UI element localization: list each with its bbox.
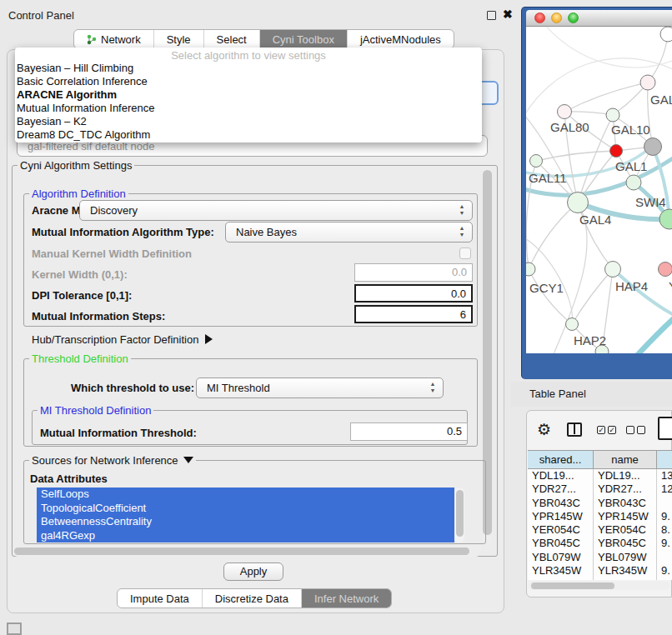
network-node-galx[interactable] <box>640 75 655 90</box>
checked-box-icon: ✓ <box>597 426 605 434</box>
settings-hscrollbar-thumb[interactable] <box>14 548 469 555</box>
table-row[interactable]: YBL079WYBL079W <box>528 551 672 564</box>
tab-infer-network[interactable]: Infer Network <box>301 589 391 608</box>
unchecked-box-icon <box>637 426 645 434</box>
node-label-hap4: HAP4 <box>615 279 648 293</box>
mi-steps-field[interactable]: 6 <box>354 305 473 323</box>
mi-type-value: Naive Bayes <box>236 226 297 238</box>
table-cell: YLR345W <box>594 564 657 578</box>
attribute-item-topologicalcoefficient[interactable]: TopologicalCoefficient <box>37 502 454 516</box>
table-cell: YBR043C <box>528 497 594 510</box>
mi-threshold-legend: MI Threshold Definition <box>38 404 153 417</box>
aracne-mode-value: Discovery <box>90 204 138 217</box>
dpi-tolerance-field[interactable]: 0.0 <box>354 284 473 302</box>
table-cell: YER054C <box>594 523 657 537</box>
kernel-width-field[interactable]: 0.0 <box>354 263 473 282</box>
column-header-shared[interactable]: shared... <box>528 451 594 468</box>
table-cell: YIL052C <box>594 578 657 580</box>
aracne-mode-combo[interactable]: Discovery ▲▼ <box>79 200 473 221</box>
manual-kernel-checkbox[interactable] <box>459 248 471 259</box>
close-icon[interactable]: ✖ <box>503 8 513 21</box>
network-node-gal80[interactable] <box>558 105 572 119</box>
table-hscrollbar[interactable] <box>529 581 670 590</box>
tab-label: Impute Data <box>130 592 189 605</box>
network-node-swi4[interactable] <box>626 175 641 190</box>
network-node-gray[interactable] <box>644 138 662 156</box>
table-cell <box>657 551 672 564</box>
table-row[interactable]: YDL19...YDL19...13 <box>528 469 672 482</box>
split-panel-icon[interactable] <box>567 422 582 437</box>
close-traffic-light-icon[interactable] <box>534 12 545 23</box>
network-node-hap4[interactable] <box>605 262 621 278</box>
network-edge <box>564 82 648 112</box>
algorithm-option-bayesian-k2[interactable]: Bayesian – K2 <box>15 115 482 128</box>
attributes-scrollbar-thumb[interactable] <box>456 490 464 537</box>
attributes-scrollbar[interactable] <box>454 488 464 542</box>
algorithm-option-bayesian-hill-climbing[interactable]: Bayesian – Hill Climbing <box>15 62 482 75</box>
network-node-white-top[interactable] <box>660 27 672 42</box>
dock-icon[interactable] <box>7 622 22 635</box>
network-node-gcy1[interactable] <box>526 262 535 276</box>
table-cell: YIL052C <box>528 578 594 580</box>
table-row[interactable]: YBR045CYBR045C9. <box>528 537 672 550</box>
algorithm-option-basic-correlation-inference[interactable]: Basic Correlation Inference <box>15 75 482 88</box>
network-node-pink-right[interactable] <box>659 262 672 277</box>
attribute-item-betweennesscentrality[interactable]: BetweennessCentrality <box>37 515 454 529</box>
network-node-gal4[interactable] <box>568 192 589 213</box>
network-canvas[interactable]: GALGAL80GAL10GAL1SWI4GAL11GAL4GCY1HAP4YH… <box>526 27 672 353</box>
settings-hscrollbar[interactable] <box>13 546 481 557</box>
algorithm-option-dream8-dc-tdc-algorithm[interactable]: Dream8 DC_TDC Algorithm <box>15 128 482 142</box>
expanded-arrow-icon <box>183 457 193 463</box>
tab-label: Discretize Data <box>215 592 288 605</box>
mi-type-combo[interactable]: Naive Bayes ▲▼ <box>225 222 473 242</box>
which-threshold-combo[interactable]: MI Threshold ▲▼ <box>196 378 444 398</box>
attribute-item-gal4rgexp[interactable]: gal4RGexp <box>37 529 454 543</box>
network-node-gal10[interactable] <box>606 108 619 122</box>
table-row[interactable]: YDR27...YDR27...12 <box>528 482 672 496</box>
file-icon[interactable] <box>658 417 672 440</box>
sources-legend[interactable]: Sources for Network Inference <box>29 454 196 467</box>
tab-style[interactable]: Style <box>153 30 203 48</box>
mi-threshold-field[interactable]: 0.5 <box>350 422 468 441</box>
data-attributes-label: Data Attributes <box>30 472 108 485</box>
table-cell <box>657 497 672 510</box>
algorithm-option-mutual-information-inference[interactable]: Mutual Information Inference <box>15 102 482 115</box>
table-row[interactable]: YBR043CYBR043C <box>528 497 672 510</box>
network-titlebar[interactable] <box>526 10 672 27</box>
zoom-traffic-light-icon[interactable] <box>568 12 579 23</box>
table-row[interactable]: YIL052CYIL052C9 <box>528 578 672 580</box>
column-header-a[interactable]: A <box>657 451 672 468</box>
algorithm-option-aracne-algorithm[interactable]: ARACNE Algorithm <box>15 88 482 102</box>
network-canvas-svg: GALGAL80GAL10GAL1SWI4GAL11GAL4GCY1HAP4YH… <box>526 27 672 353</box>
tab-network[interactable]: Network <box>74 30 153 48</box>
tab-label: jActiveMNodules <box>360 33 441 46</box>
stepper-icon: ▲▼ <box>429 381 437 394</box>
apply-button[interactable]: Apply <box>223 562 283 581</box>
hub-definition-toggle[interactable]: Hub/Transcription Factor Definition <box>32 333 213 346</box>
float-window-icon[interactable] <box>487 11 496 20</box>
table-cell: 8. <box>657 523 672 537</box>
table-row[interactable]: YPR145WYPR145W9. <box>528 510 672 523</box>
mi-threshold-label: Mutual Information Threshold: <box>40 427 197 439</box>
deselect-all-icon[interactable] <box>626 426 645 434</box>
network-node-hap2[interactable] <box>566 318 579 331</box>
network-node-gal11[interactable] <box>530 155 543 168</box>
tab-select[interactable]: Select <box>203 30 259 48</box>
tab-discretize-data[interactable]: Discretize Data <box>202 589 301 608</box>
collapsed-arrow-icon <box>205 334 213 344</box>
table-row[interactable]: YER054CYER054C8. <box>528 523 672 537</box>
tab-cyni-toolbox[interactable]: Cyni Toolbox <box>259 30 347 48</box>
select-all-icon[interactable]: ✓ ✓ <box>597 426 616 434</box>
minimize-traffic-light-icon[interactable] <box>551 12 562 23</box>
attribute-item-selfloops[interactable]: SelfLoops <box>37 488 454 502</box>
network-node-gal1[interactable] <box>610 145 623 158</box>
table-hscrollbar-thumb[interactable] <box>531 582 614 589</box>
which-threshold-label: Which threshold to use: <box>71 382 194 394</box>
algorithm-definition-legend: Algorithm Definition <box>29 188 128 200</box>
table-header-row: shared...nameA <box>528 450 672 469</box>
gear-icon[interactable]: ⚙ <box>537 420 551 439</box>
tab-impute-data[interactable]: Impute Data <box>118 589 202 608</box>
column-header-name[interactable]: name <box>594 451 657 468</box>
tab-jactivemnodules[interactable]: jActiveMNodules <box>347 30 454 48</box>
table-row[interactable]: YLR345WYLR345W9. <box>528 564 672 578</box>
